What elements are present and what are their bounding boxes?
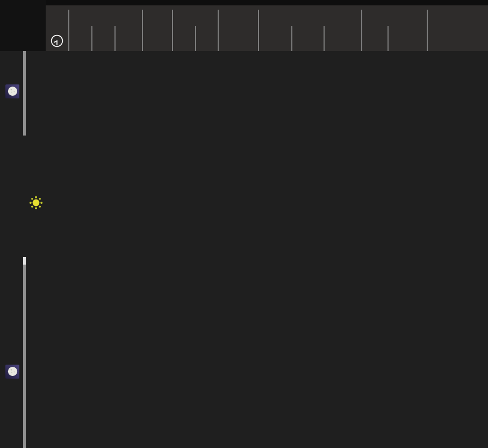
daylight-strip [43,140,46,266]
twilight2-strip-evening [43,280,46,293]
col-header-index2 [195,19,218,51]
corner-black-block [0,0,46,51]
col-header-low [68,19,91,51]
moon-icon [5,84,19,98]
moon-above-horizon-bar [23,265,26,448]
col-header-top-km [291,19,324,51]
col-header-arc-sec [142,19,172,51]
clock-icon [46,19,68,51]
col-header-temp [361,19,387,51]
col-header-high [114,19,142,51]
col-header-celestial-bodies [427,19,488,51]
twilight-strip-morning [43,136,46,140]
twilight-strip-evening [43,266,46,280]
top-black-strip [0,0,488,5]
col-header-rel-hum [387,19,427,51]
col-header-mid [91,19,114,51]
col-header-index1 [172,19,195,51]
col-header-k100m [324,19,361,51]
sun-icon [29,196,43,210]
moon-above-horizon-bar [23,51,26,136]
col-header-jet-stream [218,19,258,51]
moon-icon [5,365,19,379]
table-header [46,5,488,51]
moonrise-tick [23,257,26,265]
col-header-bot-km [258,19,291,51]
